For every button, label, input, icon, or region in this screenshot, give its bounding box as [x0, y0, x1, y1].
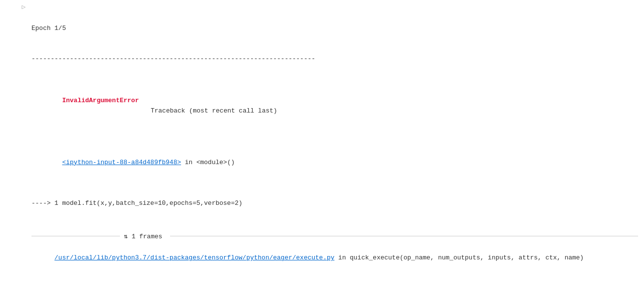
error-type-label: InvalidArgumentError: [62, 97, 139, 104]
frames-indicator: ⇅ 1 frames: [120, 232, 166, 240]
cell-gutter: ▷: [0, 2, 29, 284]
tf-execute-link[interactable]: /usr/local/lib/python3.7/dist-packages/t…: [55, 254, 335, 261]
output-block: Epoch 1/5 ------------------------------…: [31, 3, 642, 229]
in-quick-text: in quick_execute(op_name, num_outputs, i…: [334, 254, 584, 261]
frames-divider: ⇅ 1 frames: [31, 232, 642, 240]
ipython-link-line: <ipython-input-88-a84d489fb948> in <modu…: [31, 147, 642, 178]
notebook-cell: ▷ Epoch 1/5 ----------------------------…: [0, 0, 644, 284]
tf-link-line: /usr/local/lib/python3.7/dist-packages/t…: [31, 243, 642, 274]
traceback-header: Traceback (most recent call last): [62, 107, 277, 114]
in-module-text: in <module>(): [181, 159, 234, 166]
frames-right-line: [170, 236, 638, 236]
run-indicator: ▷: [22, 3, 26, 11]
arrow-fit-line: ----> 1 model.fit(x,y,batch_size=10,epoc…: [31, 199, 642, 209]
epoch-line: Epoch 1/5: [31, 24, 642, 34]
dashed-line: ----------------------------------------…: [31, 54, 642, 64]
cell-output: Epoch 1/5 ------------------------------…: [29, 2, 644, 284]
frames-left-line: [31, 236, 120, 236]
code-lines: 53 ctx.ensure_initialized() 54 tensors =…: [31, 274, 642, 284]
ipython-link[interactable]: <ipython-input-88-a84d489fb948>: [62, 159, 181, 166]
